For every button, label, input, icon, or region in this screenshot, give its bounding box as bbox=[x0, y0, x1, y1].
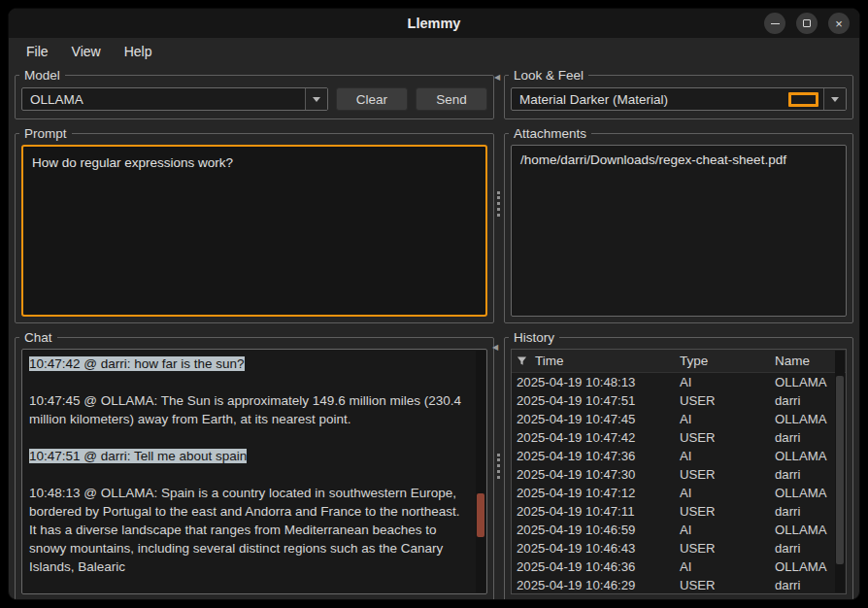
history-table-header: Time Type Name bbox=[512, 350, 846, 373]
row-chat-history: Chat 10:47:42 @ darri: how far is the su… bbox=[15, 337, 853, 600]
main-content: Model OLLAMA Clear Send Look & Feel Mate… bbox=[9, 65, 859, 600]
menu-help[interactable]: Help bbox=[115, 41, 162, 62]
title-bar[interactable]: Llemmy × bbox=[9, 9, 859, 38]
table-row[interactable]: 2025-04-19 10:48:13AIOLLAMA bbox=[512, 373, 846, 391]
chat-message: 10:48:13 @ OLLAMA: Spain is a country lo… bbox=[29, 484, 469, 576]
table-row[interactable]: 2025-04-19 10:47:12AIOLLAMA bbox=[512, 484, 846, 502]
history-scrollbar-thumb[interactable] bbox=[836, 376, 844, 564]
chevron-down-icon bbox=[313, 97, 320, 102]
table-row[interactable]: 2025-04-19 10:47:42USERdarri bbox=[512, 428, 846, 447]
cell-type: AI bbox=[680, 523, 775, 537]
cell-type: AI bbox=[680, 375, 775, 389]
maximize-button[interactable] bbox=[796, 13, 818, 34]
model-dropdown-arrow[interactable] bbox=[305, 88, 327, 110]
cell-time: 2025-04-19 10:48:13 bbox=[512, 375, 680, 389]
clear-button[interactable]: Clear bbox=[336, 87, 408, 111]
table-row[interactable]: 2025-04-19 10:46:29USERdarri bbox=[512, 576, 846, 594]
cell-type: USER bbox=[680, 541, 775, 556]
splitter-collapse-arrow[interactable]: ◀ bbox=[494, 74, 500, 82]
chevron-down-icon bbox=[831, 97, 839, 102]
cell-type: AI bbox=[680, 486, 775, 500]
cell-time: 2025-04-19 10:46:59 bbox=[512, 523, 680, 537]
cell-time: 2025-04-19 10:46:36 bbox=[512, 559, 680, 574]
table-row[interactable]: 2025-04-19 10:47:45AIOLLAMA bbox=[512, 410, 846, 428]
cell-type: USER bbox=[680, 393, 775, 408]
model-selected-value: OLLAMA bbox=[22, 92, 305, 107]
minimize-icon bbox=[771, 23, 780, 24]
cell-type: AI bbox=[680, 559, 775, 574]
minimize-button[interactable] bbox=[764, 13, 785, 34]
cell-time: 2025-04-19 10:47:42 bbox=[512, 430, 680, 445]
cell-time: 2025-04-19 10:47:36 bbox=[512, 449, 680, 463]
splitter-handle[interactable] bbox=[497, 191, 500, 217]
chat-message: 10:47:45 @ OLLAMA: The Sun is approximat… bbox=[29, 391, 469, 428]
table-row[interactable]: 2025-04-19 10:46:36AIOLLAMA bbox=[512, 557, 846, 576]
splitter-handle[interactable] bbox=[497, 454, 500, 479]
menu-bar: File View Help bbox=[9, 38, 859, 65]
chat-message: 10:47:42 @ darri: how far is the sun? bbox=[29, 355, 469, 373]
table-row[interactable]: 2025-04-19 10:47:30USERdarri bbox=[512, 465, 846, 484]
history-scrollbar[interactable] bbox=[835, 351, 845, 592]
attachments-group: Attachments /home/darri/Downloads/regex-… bbox=[504, 133, 853, 323]
cell-time: 2025-04-19 10:47:51 bbox=[512, 393, 680, 408]
prompt-input[interactable]: How do regular expressions work? bbox=[21, 145, 487, 317]
column-header-type[interactable]: Type bbox=[680, 354, 775, 368]
look-feel-selected-value: Material Darker (Material) bbox=[512, 92, 788, 107]
row-model-lookfeel: Model OLLAMA Clear Send Look & Feel Mate… bbox=[15, 75, 853, 119]
cell-time: 2025-04-19 10:46:43 bbox=[512, 541, 680, 556]
table-row[interactable]: 2025-04-19 10:47:36AIOLLAMA bbox=[512, 447, 846, 465]
row-prompt-attachments: Prompt How do regular expressions work? … bbox=[15, 133, 853, 323]
filter-icon[interactable] bbox=[517, 355, 527, 366]
history-table[interactable]: Time Type Name 2025-04-19 10:48:13AIOLLA… bbox=[511, 349, 847, 594]
look-feel-select[interactable]: Material Darker (Material) bbox=[511, 87, 847, 111]
cell-type: USER bbox=[680, 467, 775, 482]
chat-scrollbar[interactable] bbox=[476, 351, 485, 592]
chat-message: 10:47:51 @ darri: Tell me about spain bbox=[29, 447, 469, 465]
table-row[interactable]: 2025-04-19 10:47:51USERdarri bbox=[512, 391, 846, 410]
history-group: History Time Type Name 2025-04-19 10:48:… bbox=[504, 337, 853, 600]
app-window: Llemmy × File View Help Model OLLAMA Cle… bbox=[8, 8, 860, 600]
table-row[interactable]: 2025-04-19 10:47:11USERdarri bbox=[512, 502, 846, 521]
look-feel-dropdown-arrow[interactable] bbox=[823, 88, 846, 110]
chat-group-label: Chat bbox=[19, 329, 57, 346]
cell-time: 2025-04-19 10:46:29 bbox=[512, 578, 680, 592]
cell-type: USER bbox=[680, 504, 775, 519]
history-group-label: History bbox=[509, 329, 559, 346]
cell-time: 2025-04-19 10:47:30 bbox=[512, 467, 680, 482]
window-title: Llemmy bbox=[408, 16, 461, 31]
look-feel-group: Look & Feel Material Darker (Material) bbox=[504, 75, 853, 119]
maximize-icon bbox=[803, 19, 811, 27]
model-group-label: Model bbox=[19, 67, 65, 84]
cell-type: AI bbox=[680, 449, 775, 463]
window-controls: × bbox=[764, 13, 850, 34]
chat-scrollbar-thumb[interactable] bbox=[477, 493, 484, 537]
chat-log[interactable]: 10:47:42 @ darri: how far is the sun? 10… bbox=[21, 349, 487, 594]
prompt-group: Prompt How do regular expressions work? bbox=[15, 133, 494, 323]
look-feel-group-label: Look & Feel bbox=[509, 67, 588, 84]
menu-file[interactable]: File bbox=[17, 41, 58, 62]
attachments-list[interactable]: /home/darri/Downloads/regex-cheat-sheet.… bbox=[511, 145, 847, 317]
attachment-item[interactable]: /home/darri/Downloads/regex-cheat-sheet.… bbox=[520, 152, 837, 167]
attachments-group-label: Attachments bbox=[509, 125, 591, 142]
close-button[interactable]: × bbox=[828, 13, 850, 34]
table-row[interactable]: 2025-04-19 10:46:43USERdarri bbox=[512, 539, 846, 557]
cell-type: AI bbox=[680, 412, 775, 426]
accent-color-swatch bbox=[788, 92, 818, 107]
close-icon: × bbox=[835, 17, 843, 31]
cell-time: 2025-04-19 10:47:45 bbox=[512, 412, 680, 426]
cell-type: USER bbox=[680, 578, 775, 592]
send-button[interactable]: Send bbox=[416, 87, 487, 111]
splitter-collapse-arrow[interactable]: ◀ bbox=[492, 344, 498, 352]
prompt-group-label: Prompt bbox=[19, 125, 72, 142]
model-group: Model OLLAMA Clear Send bbox=[15, 75, 494, 119]
cell-time: 2025-04-19 10:47:12 bbox=[512, 486, 680, 500]
menu-view[interactable]: View bbox=[62, 41, 111, 62]
cell-time: 2025-04-19 10:47:11 bbox=[512, 504, 680, 519]
model-select[interactable]: OLLAMA bbox=[21, 87, 328, 111]
table-row[interactable]: 2025-04-19 10:46:59AIOLLAMA bbox=[512, 521, 846, 539]
chat-group: Chat 10:47:42 @ darri: how far is the su… bbox=[15, 337, 494, 600]
column-header-time[interactable]: Time bbox=[512, 354, 680, 368]
cell-type: USER bbox=[680, 430, 775, 445]
